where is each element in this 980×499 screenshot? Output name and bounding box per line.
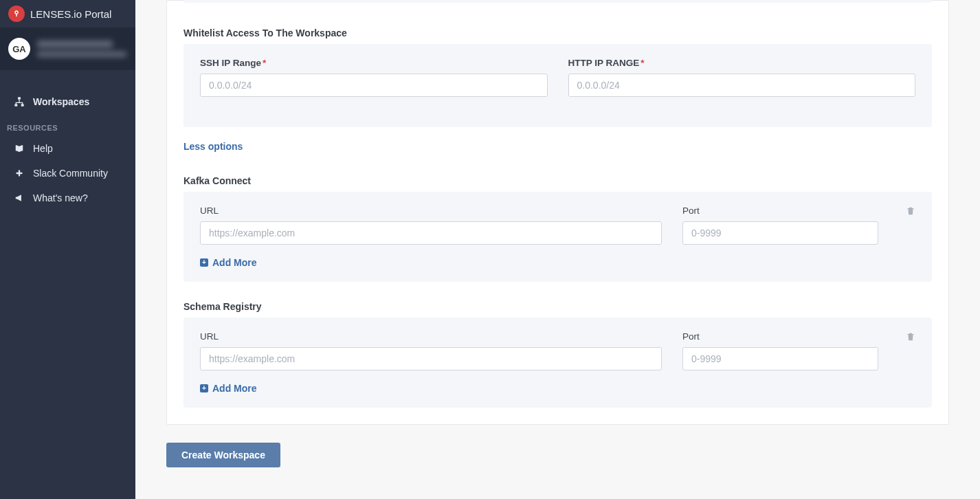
kafka-block: URL Port + Add More bbox=[183, 192, 932, 282]
schema-url-label: URL bbox=[200, 331, 662, 342]
plus-icon: + bbox=[200, 258, 208, 267]
form-card: Whitelist Access To The Workspace SSH IP… bbox=[166, 0, 949, 425]
sidebar-item-label: Workspaces bbox=[33, 96, 89, 107]
svg-rect-3 bbox=[14, 104, 17, 106]
schema-block: URL Port + Add More bbox=[183, 318, 932, 408]
sidebar-section-resources: RESOURCES bbox=[0, 114, 135, 136]
svg-rect-6 bbox=[19, 170, 20, 176]
plus-icon: + bbox=[200, 384, 208, 392]
schema-port-input[interactable] bbox=[682, 347, 878, 370]
svg-rect-4 bbox=[21, 104, 24, 106]
user-block[interactable]: GA bbox=[0, 27, 135, 70]
sidebar-item-label: Slack Community bbox=[33, 168, 108, 179]
avatar: GA bbox=[8, 38, 30, 60]
create-workspace-button[interactable]: Create Workspace bbox=[166, 443, 280, 467]
http-ip-label: HTTP IP RANGE* bbox=[568, 58, 916, 68]
sidebar-item-label: What's new? bbox=[33, 192, 88, 203]
brand-logo-icon bbox=[8, 5, 25, 22]
sidebar-item-whatsnew[interactable]: What's new? bbox=[0, 186, 135, 210]
ssh-ip-input[interactable] bbox=[200, 74, 548, 97]
kafka-port-input[interactable] bbox=[682, 221, 878, 245]
whitelist-block: SSH IP Range* HTTP IP RANGE* bbox=[183, 44, 932, 127]
kafka-url-input[interactable] bbox=[200, 221, 662, 245]
trash-icon[interactable] bbox=[906, 206, 915, 219]
brand-title: LENSES.io Portal bbox=[30, 8, 111, 20]
slack-icon bbox=[14, 168, 25, 178]
schema-url-input[interactable] bbox=[200, 347, 662, 370]
kafka-add-more[interactable]: + Add More bbox=[200, 257, 257, 268]
brand[interactable]: LENSES.io Portal bbox=[0, 0, 135, 27]
section-title-schema: Schema Registry bbox=[183, 301, 932, 312]
svg-rect-2 bbox=[18, 97, 21, 99]
schema-add-more[interactable]: + Add More bbox=[200, 383, 257, 394]
schema-port-label: Port bbox=[682, 331, 878, 342]
sidebar-item-workspaces[interactable]: Workspaces bbox=[0, 89, 135, 114]
sidebar-item-slack[interactable]: Slack Community bbox=[0, 161, 135, 186]
kafka-url-label: URL bbox=[200, 206, 662, 216]
main-content: Whitelist Access To The Workspace SSH IP… bbox=[135, 0, 980, 499]
sidebar: LENSES.io Portal GA Workspaces RESOURCES… bbox=[0, 0, 135, 499]
bullhorn-icon bbox=[14, 193, 25, 203]
less-options-link[interactable]: Less options bbox=[183, 141, 243, 152]
kafka-port-label: Port bbox=[682, 206, 878, 216]
trash-icon[interactable] bbox=[906, 331, 915, 344]
sidebar-item-label: Help bbox=[33, 143, 53, 154]
sidebar-item-help[interactable]: Help bbox=[0, 136, 135, 161]
svg-point-0 bbox=[15, 11, 18, 14]
section-title-kafka: Kafka Connect bbox=[183, 175, 932, 186]
section-title-whitelist: Whitelist Access To The Workspace bbox=[183, 27, 932, 38]
ssh-ip-label: SSH IP Range* bbox=[200, 58, 548, 68]
user-info-blurred bbox=[37, 41, 126, 57]
book-icon bbox=[14, 144, 25, 153]
sitemap-icon bbox=[14, 96, 25, 107]
http-ip-input[interactable] bbox=[568, 74, 916, 97]
